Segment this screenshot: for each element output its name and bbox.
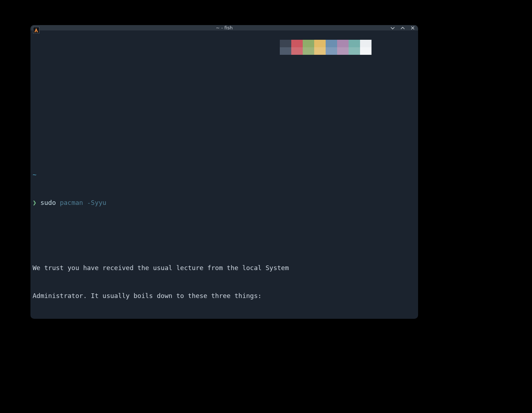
palette-swatch	[326, 40, 337, 47]
palette-swatch	[326, 47, 337, 55]
palette-swatch	[360, 47, 372, 55]
window-controls	[389, 25, 416, 30]
terminal-body[interactable]: ~ ❯ sudo pacman -Syyu We trust you have …	[30, 30, 418, 319]
sudo-lecture: We trust you have received the usual lec…	[33, 263, 416, 273]
palette-swatch	[303, 40, 314, 47]
palette-swatch	[314, 47, 326, 55]
palette-swatch	[291, 40, 303, 47]
sudo-lecture: Administrator. It usually boils down to …	[33, 291, 416, 301]
palette-swatch	[337, 40, 349, 47]
window-title: ~ - fish	[216, 25, 233, 30]
color-swatches	[280, 40, 372, 55]
terminal-window: ~ - fish ~ ❯ sudo pacman -Syyu We trust …	[30, 25, 418, 319]
palette-swatch	[337, 47, 349, 55]
palette-swatch	[280, 47, 291, 55]
titlebar[interactable]: ~ - fish	[30, 25, 418, 30]
palette-swatch	[291, 47, 303, 55]
prompt-cwd: ~	[33, 170, 416, 179]
palette-swatch	[360, 40, 372, 47]
palette-swatch	[349, 40, 360, 47]
palette-swatch	[314, 40, 326, 47]
palette-swatch	[280, 40, 291, 47]
prompt-line: ❯ sudo pacman -Syyu	[33, 198, 416, 207]
palette-swatch	[349, 47, 360, 55]
palette-swatch	[303, 47, 314, 55]
